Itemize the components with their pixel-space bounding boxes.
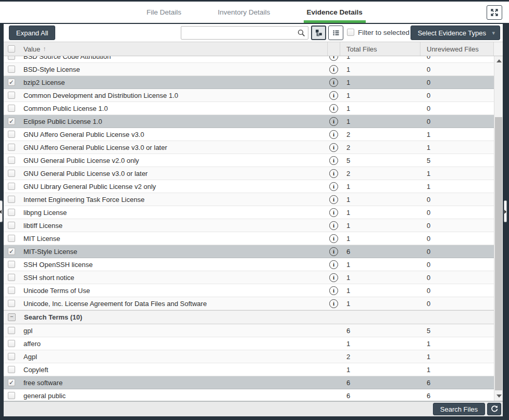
table-row[interactable]: BSD-Style Licensei10 [4, 63, 494, 76]
row-checkbox[interactable] [8, 222, 15, 229]
tab-evidence-details[interactable]: Evidence Details [304, 2, 366, 23]
column-header-value[interactable]: Value ↑ [19, 42, 328, 56]
row-checkbox[interactable] [8, 392, 15, 399]
info-icon[interactable]: i [329, 273, 338, 282]
table-row[interactable]: ✓Eclipse Public License 1.0i10 [4, 115, 494, 128]
info-icon[interactable]: i [329, 91, 338, 100]
row-checkbox[interactable] [8, 287, 15, 294]
expand-all-button[interactable]: Expand All [9, 26, 55, 40]
table-row[interactable]: Copyleft11 [4, 363, 494, 376]
list-view-button[interactable] [328, 26, 343, 40]
group-header-search-terms[interactable]: −Search Terms (10) [4, 310, 494, 324]
row-checkbox[interactable] [8, 196, 15, 203]
row-total-files: 1 [340, 56, 420, 60]
info-icon[interactable]: i [329, 78, 338, 87]
row-checkbox[interactable] [8, 144, 15, 151]
scrollbar-thumb[interactable] [495, 117, 502, 390]
table-row[interactable]: ✓free software66 [4, 376, 494, 389]
row-checkbox[interactable] [8, 235, 15, 242]
tab-inventory-details[interactable]: Inventory Details [215, 2, 274, 23]
info-icon[interactable]: i [329, 247, 338, 256]
table-row[interactable]: SSH short noticei10 [4, 271, 494, 284]
row-checkbox[interactable] [8, 105, 15, 112]
filter-to-selected-checkbox[interactable] [347, 29, 354, 36]
table-row[interactable]: Agpl21 [4, 350, 494, 363]
info-icon[interactable]: i [329, 156, 338, 165]
column-header-total-files[interactable]: Total Files [340, 42, 420, 56]
row-checkbox[interactable] [8, 157, 15, 164]
table-row[interactable]: ✓bzip2 Licensei10 [4, 76, 494, 89]
search-files-button[interactable]: Search Files [433, 403, 485, 415]
table-row[interactable]: gpl65 [4, 324, 494, 337]
row-checkbox[interactable]: ✓ [8, 79, 15, 86]
info-icon[interactable]: i [329, 130, 338, 139]
row-checkbox[interactable] [8, 353, 15, 360]
column-header-unreviewed-files[interactable]: Unreviewed Files [420, 42, 494, 56]
row-checkbox[interactable] [8, 340, 15, 347]
table-row[interactable]: GNU Affero General Public License v3.0 o… [4, 141, 494, 154]
row-checkbox[interactable] [8, 92, 15, 99]
table-row[interactable]: SSH OpenSSH licensei10 [4, 258, 494, 271]
row-checkbox[interactable] [8, 183, 15, 190]
info-icon[interactable]: i [329, 117, 338, 126]
vertical-scrollbar[interactable] [494, 56, 503, 401]
table-row[interactable]: libtiff Licensei10 [4, 219, 494, 232]
tab-file-details[interactable]: File Details [143, 2, 184, 23]
info-icon[interactable]: i [329, 195, 338, 204]
table-row[interactable]: Internet Engineering Task Force Licensei… [4, 193, 494, 206]
table-row[interactable]: MIT Licensei10 [4, 232, 494, 245]
table-row[interactable]: GNU General Public License v3.0 or later… [4, 167, 494, 180]
row-value: MIT-Style License [19, 248, 328, 256]
info-icon[interactable]: i [329, 169, 338, 178]
table-row[interactable]: GNU Library General Public License v2 on… [4, 180, 494, 193]
left-panel-handle[interactable] [0, 200, 3, 222]
table-row[interactable]: general public66 [4, 389, 494, 401]
collapse-icon[interactable]: − [8, 313, 16, 321]
refresh-button[interactable] [487, 403, 501, 415]
table-row[interactable]: ✓MIT-Style Licensei60 [4, 245, 494, 258]
info-icon[interactable]: i [329, 143, 338, 152]
info-icon[interactable]: i [329, 65, 338, 74]
info-icon[interactable]: i [329, 234, 338, 243]
table-row[interactable]: affero11 [4, 337, 494, 350]
table-row[interactable]: GNU General Public License v2.0 onlyi55 [4, 154, 494, 167]
row-checkbox[interactable] [8, 274, 15, 281]
right-panel-handle[interactable] [504, 200, 507, 222]
info-icon[interactable]: i [329, 286, 338, 295]
info-icon[interactable]: i [329, 208, 338, 217]
scroll-up-arrow[interactable] [496, 59, 502, 62]
table-row[interactable]: libpng Licensei10 [4, 206, 494, 219]
row-checkbox[interactable] [8, 66, 15, 73]
row-checkbox[interactable]: ✓ [8, 118, 15, 125]
select-all-checkbox[interactable] [8, 45, 15, 53]
info-icon[interactable]: i [329, 182, 338, 191]
row-checkbox[interactable] [8, 366, 15, 373]
table-row[interactable]: Unicode Terms of Usei10 [4, 284, 494, 297]
row-checkbox[interactable] [8, 327, 15, 334]
scroll-down-arrow[interactable] [496, 394, 502, 398]
info-icon[interactable]: i [329, 221, 338, 230]
tree-view-button[interactable] [311, 26, 326, 40]
table-row[interactable]: Unicode, Inc. License Agreement for Data… [4, 297, 494, 310]
table-row[interactable]: BSD Source Code Attributioni10 [4, 56, 494, 63]
info-icon[interactable]: i [329, 104, 338, 113]
info-icon[interactable]: i [329, 260, 338, 269]
row-checkbox[interactable] [8, 131, 15, 138]
row-checkbox[interactable]: ✓ [8, 248, 15, 255]
row-checkbox[interactable] [8, 209, 15, 216]
row-value: Agpl [19, 353, 328, 361]
row-checkbox[interactable]: ✓ [8, 379, 15, 386]
fullscreen-button[interactable] [487, 5, 502, 20]
select-evidence-types-button[interactable]: Select Evidence Types ▾ [411, 26, 500, 40]
table-row[interactable]: Common Public License 1.0i10 [4, 102, 494, 115]
info-icon[interactable]: i [329, 299, 338, 308]
table-row[interactable]: GNU Affero General Public License v3.0i2… [4, 128, 494, 141]
table-row[interactable]: Common Development and Distribution Lice… [4, 89, 494, 102]
row-checkbox[interactable] [8, 300, 15, 307]
row-checkbox[interactable] [8, 56, 15, 60]
search-input[interactable] [183, 27, 295, 39]
row-checkbox[interactable] [8, 261, 15, 268]
info-icon[interactable]: i [329, 56, 338, 61]
row-value: Common Development and Distribution Lice… [19, 92, 328, 99]
row-checkbox[interactable] [8, 170, 15, 177]
